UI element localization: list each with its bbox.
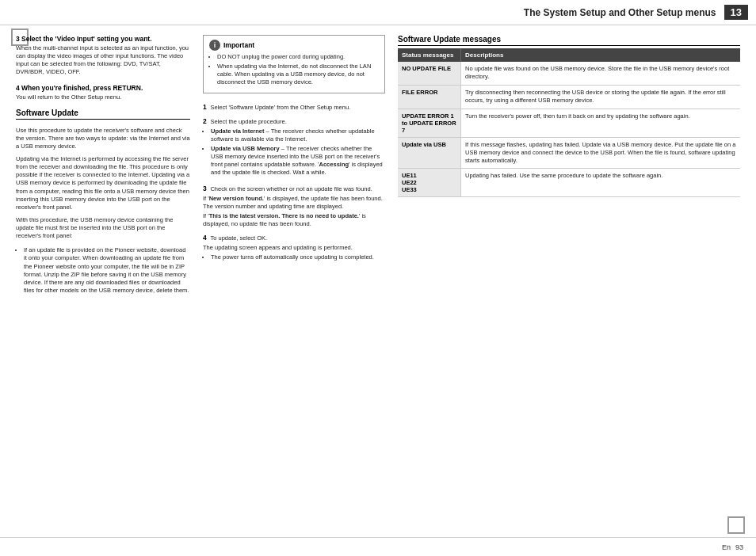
header-title-area: The System Setup and Other Setup menus 1… [524, 5, 748, 20]
page-footer: En 93 [0, 537, 756, 556]
desc-cell: Updating has failed. Use the same proced… [461, 169, 740, 196]
software-update-heading: Software Update [16, 109, 190, 120]
usb-bullet-list: If an update file is provided on the Pio… [16, 246, 190, 296]
step4-body: You will return to the Other Setup menu. [16, 93, 190, 101]
step4-bullet-1: The power turns off automatically once u… [211, 253, 385, 261]
important-box: i Important DO NOT unplug the power cord… [203, 35, 385, 93]
desc-cell: If this message flashes, updating has fa… [461, 138, 740, 168]
status-cell: NO UPDATE FILE [398, 62, 461, 85]
mid-step3: 3 Check on the screen whether or not an … [203, 185, 385, 229]
step2-text: Select the update procedure. [210, 118, 286, 125]
left-column: 3 Select the 'Video Input' setting you w… [16, 35, 190, 531]
important-label: Important [223, 41, 254, 49]
important-bullet-2: When updating via the Internet, do not d… [217, 63, 379, 86]
footer-page: 93 [735, 543, 743, 551]
step2-bullet-list: Update via Internet – The receiver check… [203, 128, 385, 177]
important-header: i Important [209, 40, 379, 51]
table-row: NO UPDATE FILE No update file was found … [398, 62, 740, 86]
table-row: FILE ERROR Try disconnecting then reconn… [398, 86, 740, 109]
desc-cell: No update file was found on the USB memo… [461, 62, 740, 85]
step2-bullet-usb: Update via USB Memory – The receiver che… [211, 145, 385, 177]
step1-text: Select 'Software Update' from the Other … [210, 104, 350, 111]
header-title: The System Setup and Other Setup menus [524, 7, 716, 18]
status-cell: FILE ERROR [398, 86, 461, 109]
important-bullet-1: DO NOT unplug the power cord during upda… [217, 53, 379, 61]
sw-messages-heading: Software Update messages [398, 35, 740, 46]
step3-detail2: If 'This is the latest version. There is… [203, 212, 385, 228]
col-desc-header: Descriptions [461, 48, 740, 62]
step3-heading: 3 Select the 'Video Input' setting you w… [16, 35, 190, 43]
step3-detail1: If 'New version found.' is displayed, th… [203, 195, 385, 211]
right-column: Software Update messages Status messages… [398, 35, 740, 531]
status-cell: UE11 UE22 UE33 [398, 169, 461, 196]
table-header-row: Status messages Descriptions [398, 48, 740, 62]
step3-body: When the multi-channel input is selected… [16, 44, 190, 77]
important-list: DO NOT unplug the power cord during upda… [209, 53, 379, 87]
status-cell: UPDATE ERROR 1 to UPDATE ERROR 7 [398, 109, 461, 137]
main-content: 3 Select the 'Video Input' setting you w… [0, 25, 756, 537]
step2-bullet-internet: Update via Internet – The receiver check… [211, 128, 385, 143]
step3-block: 3 Select the 'Video Input' setting you w… [16, 35, 190, 77]
header-badge: 13 [724, 5, 748, 20]
step4-mid-text: To update, select OK. [210, 234, 267, 242]
step4-block: 4 When you're finished, press RETURN. Yo… [16, 84, 190, 101]
mid-step2: 2 Select the update procedure. Update vi… [203, 117, 385, 179]
step4-detail: The updating screen appears and updating… [203, 244, 385, 252]
important-icon: i [209, 40, 220, 51]
section-intro: Use this procedure to update the receive… [16, 127, 190, 150]
desc-cell: Turn the receiver's power off, then turn… [461, 109, 740, 137]
usb-para: With this procedure, the USB memory devi… [16, 216, 190, 240]
sw-messages-table: Status messages Descriptions NO UPDATE F… [398, 48, 740, 197]
status-cell: Update via USB [398, 138, 461, 168]
mid-step1: 1 Select 'Software Update' from the Othe… [203, 103, 385, 112]
page: The System Setup and Other Setup menus 1… [0, 0, 756, 556]
footer-lang: En [722, 543, 731, 551]
table-row: Update via USB If this message flashes, … [398, 138, 740, 169]
page-header: The System Setup and Other Setup menus 1… [0, 0, 756, 25]
internet-para: Updating via the Internet is performed b… [16, 155, 190, 211]
usb-bullet-1: If an update file is provided on the Pio… [24, 246, 190, 295]
step4-heading: 4 When you're finished, press RETURN. [16, 84, 190, 92]
middle-column: i Important DO NOT unplug the power cord… [203, 35, 385, 531]
col-status-header: Status messages [398, 48, 461, 62]
mid-steps: 1 Select 'Software Update' from the Othe… [203, 103, 385, 266]
mid-step4: 4 To update, select OK. The updating scr… [203, 234, 385, 263]
table-row: UPDATE ERROR 1 to UPDATE ERROR 7 Turn th… [398, 109, 740, 138]
step3-mid-text: Check on the screen whether or not an up… [210, 185, 372, 192]
desc-cell: Try disconnecting then reconnecting the … [461, 86, 740, 109]
step4-bullet-list: The power turns off automatically once u… [203, 253, 385, 261]
table-row: UE11 UE22 UE33 Updating has failed. Use … [398, 169, 740, 197]
